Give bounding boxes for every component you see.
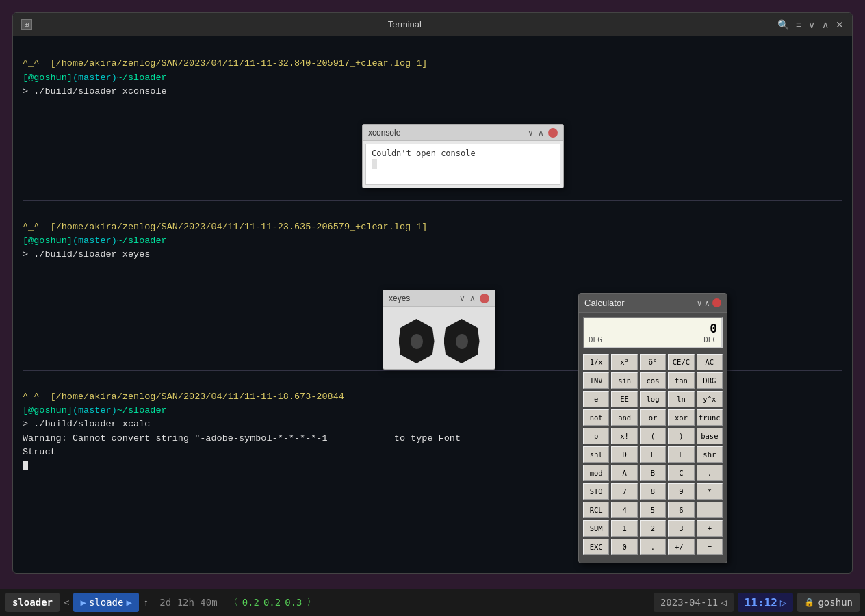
calc-btn-lparen[interactable]: (: [640, 428, 666, 444]
menu-icon[interactable]: ≡: [796, 19, 801, 30]
calc-btn-8[interactable]: 8: [640, 483, 666, 500]
chevron-up-icon[interactable]: ∧: [822, 19, 829, 30]
calc-btn-shr[interactable]: shr: [697, 446, 723, 463]
calc-btn-1x[interactable]: 1/x: [583, 354, 609, 370]
calc-btn-drg[interactable]: DRG: [697, 372, 723, 389]
xeyes-max-icon[interactable]: ∧: [469, 294, 476, 303]
calc-up-icon[interactable]: ∧: [705, 298, 710, 308]
left-pupil: [411, 334, 423, 349]
chevron-down-icon[interactable]: ∨: [808, 19, 815, 30]
calc-row-5: p x! ( ) base: [583, 428, 723, 444]
calc-btn-dot2[interactable]: .: [697, 465, 723, 481]
calc-btn-and[interactable]: and: [611, 409, 637, 426]
calc-btn-not[interactable]: not: [583, 409, 609, 426]
command-1: > ./build/sloader xconsole: [23, 86, 167, 97]
left-eye: [399, 319, 435, 363]
calc-btn-shl[interactable]: shl: [583, 446, 609, 463]
calc-btn-dot[interactable]: .: [640, 539, 666, 555]
calc-btn-mod[interactable]: mod: [583, 465, 609, 481]
calculator-popup: Calculator ∨ ∧ 0 DEG DEC 1/x x² ö°: [578, 293, 727, 563]
calc-btn-2[interactable]: 2: [640, 520, 666, 537]
xconsole-controls: ∨ ∧: [528, 128, 558, 138]
sb-arrow-left: <: [64, 597, 69, 608]
calc-btn-minus[interactable]: -: [697, 502, 723, 518]
calc-btn-tan[interactable]: tan: [668, 372, 694, 389]
xconsole-close-icon[interactable]: [548, 128, 558, 138]
calc-btn-yx[interactable]: y^x: [697, 391, 723, 407]
calc-btn-9[interactable]: 9: [668, 483, 694, 500]
calc-btn-ef[interactable]: E: [640, 446, 666, 463]
calc-btn-sto[interactable]: STO: [583, 483, 609, 500]
calc-btn-xor[interactable]: xor: [668, 409, 694, 426]
xeyes-close-icon[interactable]: [480, 294, 489, 303]
xconsole-body: Couldn't open console: [365, 144, 560, 185]
calc-btn-log[interactable]: log: [640, 391, 666, 407]
calc-btn-ee[interactable]: EE: [611, 391, 637, 407]
log-header-3: ^_^ [/home/akira/zenlog/SAN/2023/04/11/1…: [23, 392, 344, 402]
xconsole-min-icon[interactable]: ∨: [528, 128, 534, 138]
calc-btn-0[interactable]: 0: [611, 539, 637, 555]
calc-btn-x2[interactable]: x²: [611, 354, 637, 370]
calc-btn-rcl[interactable]: RCL: [583, 502, 609, 518]
terminal-icon: ⊞: [21, 19, 32, 30]
calc-btn-sum[interactable]: SUM: [583, 520, 609, 537]
calc-down-icon[interactable]: ∨: [697, 298, 702, 308]
xconsole-titlebar: xconsole ∨ ∧: [363, 125, 563, 141]
sb-time: 11:12 ▷: [738, 593, 794, 612]
terminal-title: Terminal: [388, 19, 422, 29]
calc-btn-c[interactable]: C: [668, 465, 694, 481]
xeyes-min-icon[interactable]: ∨: [459, 294, 465, 303]
calc-btn-xf[interactable]: x!: [611, 428, 637, 444]
calc-btn-cos[interactable]: cos: [640, 372, 666, 389]
calc-btn-inv[interactable]: INV: [583, 372, 609, 389]
warning-line: Warning: Cannot convert string "-adobe-s…: [23, 433, 461, 444]
statusbar: sloader < ▶ sloade ▶ ↑ 2d 12h 40m 〈 0.2 …: [0, 589, 865, 616]
sb-sloade[interactable]: ▶ sloade ▶: [73, 593, 138, 612]
calc-btn-exc[interactable]: EXC: [583, 539, 609, 555]
calc-btn-mul[interactable]: *: [697, 483, 723, 500]
xconsole-message: Couldn't open console: [372, 149, 554, 158]
sb-user: 🔒 goshun: [797, 593, 860, 612]
calc-btn-a[interactable]: A: [611, 465, 637, 481]
calc-title: Calculator: [584, 298, 625, 308]
command-2: > ./build/sloader xeyes: [23, 249, 150, 259]
calc-close-icon[interactable]: [712, 298, 721, 307]
calc-btn-rparen[interactable]: ): [668, 428, 694, 444]
calc-btn-or[interactable]: or: [640, 409, 666, 426]
right-pupil: [456, 334, 468, 349]
sb-up-arrow: ↑: [143, 597, 149, 608]
calc-btn-1[interactable]: 1: [611, 520, 637, 537]
calc-btn-plusminus[interactable]: +/-: [668, 539, 694, 555]
calc-row-6: shl D E F shr: [583, 446, 723, 463]
close-icon[interactable]: ✕: [836, 19, 844, 30]
calc-display-modes: DEG DEC: [589, 335, 717, 344]
calc-btn-equals[interactable]: =: [697, 539, 723, 555]
calc-btn-sin[interactable]: sin: [611, 372, 637, 389]
calc-btn-d[interactable]: D: [611, 446, 637, 463]
calc-row-4: not and or xor trunc: [583, 409, 723, 426]
calc-row-2: INV sin cos tan DRG: [583, 372, 723, 389]
calc-btn-ln[interactable]: ln: [668, 391, 694, 407]
calc-btn-b[interactable]: B: [640, 465, 666, 481]
calc-btn-6[interactable]: 6: [668, 502, 694, 518]
calc-btn-trunc[interactable]: trunc: [697, 409, 723, 426]
calc-btn-f[interactable]: F: [668, 446, 694, 463]
xeyes-titlebar: xeyes ∨ ∧: [383, 290, 495, 307]
sb-sloader[interactable]: sloader: [5, 593, 60, 612]
sb-sloader-label: sloader: [12, 597, 53, 608]
calc-btn-5[interactable]: 5: [640, 502, 666, 518]
calc-btn-ac[interactable]: AC: [697, 354, 723, 370]
sb-load1: 0.2: [242, 597, 259, 608]
terminal-body[interactable]: ^_^ [/home/akira/zenlog/SAN/2023/04/11/1…: [13, 36, 852, 573]
calc-btn-p[interactable]: p: [583, 428, 609, 444]
calc-btn-cec[interactable]: CE/C: [668, 354, 694, 370]
calc-btn-e[interactable]: e: [583, 391, 609, 407]
calc-btn-4[interactable]: 4: [611, 502, 637, 518]
calc-btn-7[interactable]: 7: [611, 483, 637, 500]
calc-btn-sqrt[interactable]: ö°: [640, 354, 666, 370]
calc-btn-3[interactable]: 3: [668, 520, 694, 537]
search-icon[interactable]: 🔍: [777, 19, 789, 30]
xconsole-max-icon[interactable]: ∧: [538, 128, 544, 138]
calc-btn-plus[interactable]: +: [697, 520, 723, 537]
calc-btn-base[interactable]: base: [697, 428, 723, 444]
